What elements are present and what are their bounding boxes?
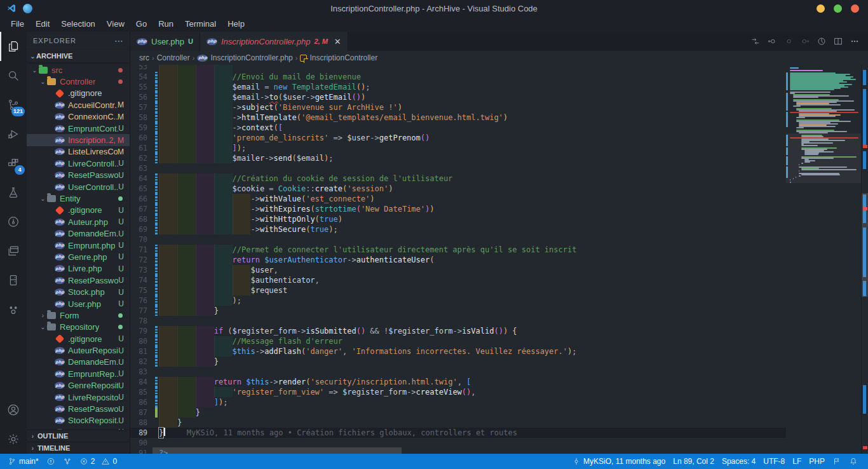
more-actions-icon[interactable] [848,34,862,48]
status-eol[interactable]: LF [789,454,805,469]
code-line-58[interactable]: 58->htmlTemplate('@email_templates/email… [130,112,786,123]
code-editor[interactable]: 5354//Envoi du mail de bienvenue55$email… [130,65,786,454]
maximize-button[interactable] [834,4,842,13]
status-indentation[interactable]: Spaces: 4 [718,454,759,469]
tree-file-userreposito[interactable]: phpUserReposito...U [27,426,130,430]
sidebar-more-actions[interactable]: ⋯ [114,36,123,46]
gitlens-icon[interactable] [0,207,27,236]
menu-go[interactable]: Go [130,17,153,32]
menu-file[interactable]: File [5,17,30,32]
tree-file-inscription[interactable]: phpInscription...2, M [27,134,130,146]
breadcrumb-item[interactable]: src [139,53,149,62]
tree-file-listelivresco[interactable]: phpListeLivresCo...M [27,146,130,158]
explorer-icon[interactable] [0,32,27,61]
run-debug-icon[interactable] [0,119,27,149]
code-line-78[interactable]: 78 [130,316,786,326]
code-line-90[interactable]: 90 [130,438,786,448]
tree-file-livrereposito[interactable]: phpLivreReposito...U [27,391,130,403]
code-line-89[interactable]: 89}MyKSiO, 11 months ago • Création fich… [130,428,786,438]
menu-terminal[interactable]: Terminal [179,17,222,32]
tree-file-resetpasswo[interactable]: phpResetPasswo...U [27,403,130,414]
tree-file-auteurphp[interactable]: phpAuteur.phpU [27,216,130,228]
next-change-icon[interactable] [798,34,812,48]
status-git-graph[interactable] [59,454,76,469]
code-line-59[interactable]: 59->context([ [130,123,786,133]
code-line-66[interactable]: 66->withValue('est_connecte') [130,194,786,204]
breadcrumb-item[interactable]: Controller [157,53,190,62]
status-notifications[interactable] [845,454,862,469]
remote-explorer-icon[interactable] [0,236,27,266]
code-line-53[interactable]: 53 [130,65,786,72]
code-line-61[interactable]: 61]); [130,143,786,153]
code-line-54[interactable]: 54//Envoi du mail de bienvenue [130,72,786,82]
gitlens-previous-change-icon[interactable] [765,34,779,48]
tree-file-auteurreposi[interactable]: phpAuteurReposi...U [27,344,130,356]
account-icon[interactable] [0,395,27,425]
minimap[interactable] [786,65,861,454]
testing-icon[interactable] [0,178,27,207]
panel-outline[interactable]: ›OUTLINE [27,430,130,442]
close-button[interactable] [851,4,859,13]
breadcrumb-item[interactable]: InscriptionController [300,53,377,62]
menu-selection[interactable]: Selection [55,17,100,32]
minimap-slider[interactable] [786,133,861,183]
code-line-85[interactable]: 85'register_form_view' => $register_form… [130,387,786,397]
open-changes-icon[interactable] [749,34,763,48]
split-editor-icon[interactable] [831,34,845,48]
section-archhive[interactable]: ⌄ ARCHHIVE [27,50,130,62]
tree-file-gitignore[interactable]: .gitignore [27,88,130,99]
code-line-71[interactable]: 71//Permet de connecter l'utilisateur di… [130,245,786,255]
extensions-icon[interactable]: 4 [0,149,27,178]
breadcrumb-item[interactable]: phpInscriptionController.php [197,53,292,62]
code-line-73[interactable]: 73$user, [130,265,786,275]
status-feedback[interactable] [829,454,845,469]
tree-file-resetpasswo[interactable]: phpResetPasswo...U [27,170,130,181]
code-line-63[interactable]: 63 [130,163,786,173]
code-line-79[interactable]: 79if ($register_form->isSubmitted() && !… [130,326,786,336]
settings-icon[interactable] [0,425,27,454]
tree-file-usercontroll[interactable]: phpUserControll...U [27,181,130,193]
scrollbar-thumb[interactable] [862,193,868,297]
tree-file-gitignore[interactable]: .gitignoreU [27,333,130,344]
tree-file-empruntphp[interactable]: phpEmprunt.phpU [27,240,130,251]
tree-folder-controller[interactable]: ⌄Controller [27,76,130,87]
search-icon[interactable] [0,61,27,90]
overview-ruler[interactable] [861,65,868,454]
code-line-68[interactable]: 68->withHttpOnly(true) [130,214,786,224]
code-line-55[interactable]: 55$email = new TemplatedEmail(); [130,82,786,92]
status-branch[interactable]: main* [4,454,43,469]
code-line-62[interactable]: 62$mailer->send($email); [130,153,786,163]
tree-file-userphp[interactable]: phpUser.phpU [27,298,130,309]
tree-file-demandeem[interactable]: phpDemandeEm...U [27,357,130,368]
tree-folder-form[interactable]: ›Form [27,309,130,321]
copilot-dots-icon[interactable] [0,295,27,324]
code-line-80[interactable]: 80//Message flash d'erreur [130,336,786,346]
status-cursor-position[interactable]: Ln 89, Col 2 [669,454,718,469]
tree-file-empruntrep[interactable]: phpEmpruntRep...U [27,368,130,379]
code-line-64[interactable]: 64//Création du cookie de session de l'u… [130,173,786,184]
tree-file-stockreposit[interactable]: phpStockReposit...U [27,415,130,426]
code-line-77[interactable]: 77} [130,306,786,316]
code-line-60[interactable]: 60'prenom_de_linscrits' => $user->getPre… [130,133,786,143]
menu-run[interactable]: Run [153,17,179,32]
tree-folder-src[interactable]: ⌄src [27,64,130,76]
status-publish[interactable] [43,454,59,469]
code-line-81[interactable]: 81$this->addFlash('danger', 'Information… [130,346,786,357]
close-icon[interactable]: ✕ [334,37,341,46]
code-line-76[interactable]: 76); [130,296,786,306]
tree-file-stockphp[interactable]: phpStock.phpU [27,286,130,297]
code-line-84[interactable]: 84return $this->render('security/inscrip… [130,377,786,387]
code-line-65[interactable]: 65$cookie = Cookie::create('session') [130,184,786,194]
tree-folder-entity[interactable]: ⌄Entity [27,193,130,204]
tab-userphp[interactable]: phpUser.phpU [130,32,200,51]
tree-file-demandeem[interactable]: phpDemandeEm...U [27,228,130,239]
code-line-67[interactable]: 67->withExpires(strtotime('New DateTime'… [130,204,786,214]
tree-file-accueilcontr[interactable]: phpAccueilContr...M [27,99,130,111]
tree-file-livrecontroll[interactable]: phpLivreControll...U [27,158,130,169]
code-line-87[interactable]: 87} [130,407,786,418]
code-line-88[interactable]: 88} [130,418,786,428]
tree-file-gitignore[interactable]: .gitignoreU [27,205,130,216]
database-icon[interactable] [0,266,27,295]
minimize-button[interactable] [817,4,825,13]
tree-file-genrereposit[interactable]: phpGenreReposit...U [27,380,130,391]
